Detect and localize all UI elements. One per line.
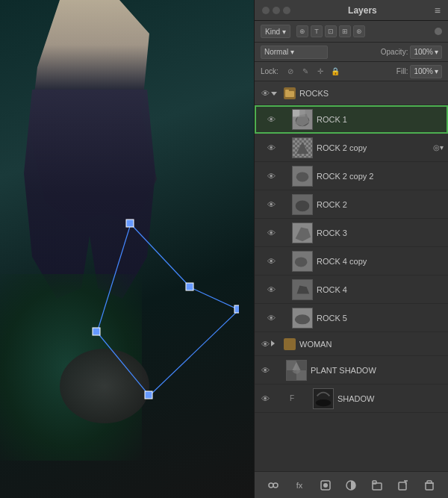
lock-all-icon[interactable]: 🔒 — [329, 66, 341, 78]
add-mask-button[interactable] — [317, 477, 334, 494]
panel-max-button[interactable] — [283, 7, 290, 14]
eye-icon-woman[interactable]: 👁 — [259, 338, 271, 350]
eye-icon-rock4copy[interactable]: 👁 — [265, 255, 277, 267]
svg-rect-8 — [93, 328, 100, 335]
search-bar: Kind ▾ ⊕ T ⊡ ⊞ ⊛ — [255, 21, 448, 43]
folder-icon-woman — [284, 338, 296, 350]
new-layer-button[interactable] — [395, 477, 411, 494]
canvas-background — [0, 0, 254, 498]
search-kind-dropdown[interactable]: Kind ▾ — [261, 25, 290, 38]
thumb-rock2 — [292, 194, 313, 215]
thumb-plant-shadow — [286, 360, 307, 381]
thumb-rock3 — [292, 222, 313, 243]
layer-name-plant-shadow: PLANT SHADOW — [311, 366, 444, 375]
layer-name-rock2copy2: ROCK 2 copy 2 — [317, 172, 444, 181]
new-group-button[interactable] — [369, 477, 385, 494]
thumb-rock5 — [292, 308, 313, 329]
expand-rocks-arrow[interactable] — [271, 90, 280, 97]
eye-icon-rock2copy2[interactable]: 👁 — [265, 170, 277, 182]
add-style-button[interactable]: fx — [291, 477, 308, 494]
layer-group-woman[interactable]: 👁 WOMAN — [255, 332, 448, 356]
opacity-arrow: ▾ — [435, 48, 438, 56]
blend-mode-row: Normal ▾ Opacity: 100% ▾ — [255, 43, 448, 62]
fill-arrow: ▾ — [435, 67, 438, 75]
layer-name-rock2copy: ROCK 2 copy — [317, 143, 430, 152]
eye-icon-rock4[interactable]: 👁 — [265, 284, 277, 296]
link-layers-button[interactable] — [265, 477, 281, 494]
opacity-value: 100% — [414, 48, 433, 56]
canvas-area — [0, 0, 254, 498]
lock-transparent-icon[interactable]: ⊘ — [284, 66, 296, 78]
panel-title: Layers — [348, 5, 377, 16]
add-adjustment-button[interactable] — [343, 477, 359, 494]
layer-plant-shadow[interactable]: 👁 PLANT SHADOW — [255, 356, 448, 385]
svg-point-38 — [316, 399, 331, 405]
lock-image-icon[interactable]: ✎ — [299, 66, 311, 78]
layers-list[interactable]: 👁 ROCKS 👁 ROCK 1 👁 ROCK 2 copy ◎▾ — [255, 81, 448, 471]
eye-icon-rock1[interactable]: 👁 — [265, 113, 277, 125]
svg-line-2 — [97, 224, 131, 332]
layer-rock3[interactable]: 👁 ROCK 3 — [255, 219, 448, 247]
opacity-input[interactable]: 100% ▾ — [410, 46, 442, 59]
eye-icon-shadow[interactable]: 👁 — [259, 393, 271, 405]
expand-woman-arrow[interactable] — [271, 340, 280, 348]
layer-rock2copy[interactable]: 👁 ROCK 2 copy ◎▾ — [255, 134, 448, 162]
thumb-rock1 — [292, 109, 313, 130]
group-name-rocks: ROCKS — [299, 89, 444, 98]
lock-position-icon[interactable]: ✛ — [314, 66, 326, 78]
fill-value: 100% — [414, 67, 433, 75]
layer-rock2copy2[interactable]: 👁 ROCK 2 copy 2 — [255, 162, 448, 190]
blend-mode-label: Normal — [264, 48, 288, 56]
blend-mode-dropdown[interactable]: Normal ▾ — [261, 46, 328, 59]
fill-section: Fill: 100% ▾ — [396, 65, 442, 78]
svg-rect-5 — [126, 220, 134, 227]
thumb-rock2copy — [292, 137, 313, 158]
panel-close-button[interactable] — [262, 7, 270, 14]
eye-icon-plant-shadow[interactable]: 👁 — [259, 364, 271, 376]
filter-text-icon[interactable]: T — [311, 25, 323, 37]
thumb-rock4copy — [292, 251, 313, 272]
transform-overlay — [75, 202, 239, 418]
layer-group-rocks[interactable]: 👁 ROCKS — [255, 81, 448, 105]
panel-header: Layers ≡ — [255, 0, 448, 21]
layer-name-rock3: ROCK 3 — [317, 228, 444, 237]
svg-rect-17 — [299, 110, 305, 116]
delete-layer-button[interactable] — [421, 477, 438, 494]
svg-rect-52 — [427, 481, 432, 483]
svg-line-3 — [97, 332, 149, 396]
search-kind-arrow: ▾ — [282, 28, 286, 36]
layer-rock4copy[interactable]: 👁 ROCK 4 copy — [255, 247, 448, 276]
filter-linked-icon[interactable]: ⊛ — [353, 25, 365, 37]
panel-min-button[interactable] — [273, 7, 280, 14]
svg-rect-9 — [145, 391, 152, 399]
svg-rect-47 — [399, 482, 406, 490]
layer-name-shadow: SHADOW — [337, 394, 444, 403]
layer-rock4[interactable]: 👁 ROCK 4 — [255, 276, 448, 304]
blend-mode-arrow: ▾ — [290, 48, 294, 56]
filter-smart-icon[interactable]: ⊞ — [339, 25, 351, 37]
eye-icon-rock2copy[interactable]: 👁 — [265, 142, 277, 154]
eye-icon-rocks[interactable]: 👁 — [259, 87, 271, 99]
layer-shadow[interactable]: 👁 F SHADOW — [255, 385, 448, 413]
lock-label: Lock: — [261, 67, 279, 75]
layer-name-rock4copy: ROCK 4 copy — [317, 257, 444, 266]
fill-input[interactable]: 100% ▾ — [410, 65, 442, 78]
layer-rock5[interactable]: 👁 ROCK 5 — [255, 304, 448, 332]
layer-rock2[interactable]: 👁 ROCK 2 — [255, 190, 448, 219]
filter-shape-icon[interactable]: ⊡ — [325, 25, 337, 37]
svg-point-30 — [295, 314, 310, 324]
svg-rect-7 — [234, 305, 239, 313]
layer-name-rock4: ROCK 4 — [317, 285, 444, 294]
svg-point-22 — [296, 200, 310, 211]
svg-line-0 — [131, 224, 190, 287]
svg-rect-46 — [373, 481, 376, 484]
filter-pixel-icon[interactable]: ⊕ — [296, 25, 308, 37]
layer-name-rock5: ROCK 5 — [317, 314, 444, 323]
eye-icon-rock5[interactable]: 👁 — [265, 312, 277, 324]
eye-icon-rock3[interactable]: 👁 — [265, 227, 277, 239]
group-name-woman: WOMAN — [299, 340, 444, 349]
panel-menu-icon[interactable]: ≡ — [435, 4, 441, 16]
layer-rock1[interactable]: 👁 ROCK 1 — [255, 105, 448, 134]
layer-name-rock2: ROCK 2 — [317, 200, 444, 209]
eye-icon-rock2[interactable]: 👁 — [265, 199, 277, 211]
